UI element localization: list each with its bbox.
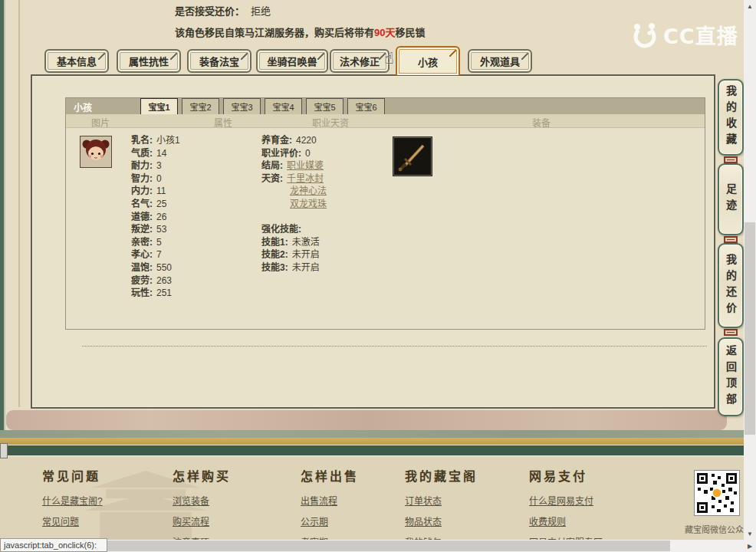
horizontal-scroll-thumb[interactable] [11, 540, 670, 551]
column-header-talent: 职业天资 [288, 116, 373, 129]
talent-label: 强化技能: [261, 224, 301, 235]
stat-value: 53 [156, 224, 166, 235]
cc-live-mascot-icon [630, 21, 659, 50]
footer-col-title: 网易支付 [529, 466, 603, 485]
tab-notch-icon [170, 53, 177, 60]
talent-label: 天资: [261, 173, 283, 184]
stat-line: 耐力:3 [131, 159, 180, 172]
stat-value: 26 [156, 212, 166, 222]
status-bar-link-hint: javascript:tab_onclick(6): [0, 538, 107, 552]
tab-equipment[interactable]: 装备法宝 [187, 49, 251, 73]
baby-tab-1[interactable]: 宝宝1 [140, 98, 178, 114]
footer-link-order-status[interactable]: 订单状态 [405, 494, 478, 507]
stat-label: 亲密: [131, 237, 153, 248]
tab-notch-icon [241, 53, 248, 60]
scroll-up-icon[interactable]: ▲ [744, 0, 756, 12]
stat-label: 耐力: [131, 160, 153, 171]
footer-col-title: 常见问题 [42, 466, 103, 485]
sidebar-label: 足迹 [723, 183, 738, 215]
stat-value: 0 [156, 173, 162, 184]
stat-label: 名气: [131, 199, 153, 209]
stat-label: 玩性: [131, 288, 153, 298]
tab-spell-fix[interactable]: 法术修正 [330, 49, 390, 73]
footer-col-how-to-sell: 怎样出售 出售流程 公示期 考察期 [301, 466, 359, 540]
talent-value: 未激活 [292, 237, 320, 248]
footer-link-public-period[interactable]: 公示期 [301, 514, 359, 527]
tab-mount-pet[interactable]: 坐骑召唤兽 [256, 49, 328, 73]
tab-child[interactable]: ☝ 小孩 [396, 46, 460, 75]
cc-live-logo-text: CC直播 [663, 20, 738, 50]
baby-stats-column: 乳名:小孩1 气质:14 耐力:3 智力:0 内力:11 名气:25 道德:26… [131, 134, 180, 300]
footer-col-netease-pay: 网易支付 什么是网易支付 收费规则 网易支付客服专区 [529, 466, 603, 540]
footer-col-how-to-buy: 怎样购买 浏览装备 购买流程 注意事项 [173, 466, 231, 540]
tab-appearance[interactable]: 外观道具 [468, 49, 532, 73]
vertical-scrollbar[interactable]: ▲ ▼ [744, 0, 756, 540]
stat-label: 叛逆: [131, 224, 153, 235]
baby-tab-3[interactable]: 宝宝3 [223, 98, 261, 114]
sidebar-item-footprints[interactable]: 足迹 [718, 163, 744, 235]
footer-link-browse-equip[interactable]: 浏览装备 [173, 494, 231, 507]
migration-days: 90天 [374, 27, 395, 38]
footer-col-title: 怎样出售 [301, 466, 359, 485]
talent-link-2[interactable]: 龙神心法 [290, 186, 327, 196]
talent-value: 未开启 [292, 249, 320, 260]
tab-label: 法术修正 [340, 54, 380, 68]
footer-link-what-is-epay[interactable]: 什么是网易支付 [529, 494, 603, 507]
bargain-label: 是否接受还价： [175, 5, 245, 17]
stat-line: 孝心:7 [131, 248, 180, 261]
stat-line: 疲劳:263 [131, 274, 180, 288]
stat-label: 温饱: [131, 262, 153, 273]
column-header-equip: 装备 [495, 116, 587, 129]
edge-widget-chip [0, 443, 8, 458]
page: 是否接受还价：拒绝 该角色移民自策马江湖服务器，购买后将带有90天移民锁 CC直… [0, 0, 756, 552]
baby-tab-6[interactable]: 宝宝6 [347, 98, 385, 114]
stat-label: 道德: [131, 212, 153, 222]
baby-tab-2[interactable]: 宝宝2 [182, 98, 219, 114]
horizontal-scrollbar[interactable]: ▶ [0, 540, 756, 552]
sidebar-link-ornament [724, 329, 738, 336]
sidebar-item-favorites[interactable]: 我的收藏 [718, 79, 744, 156]
baby-tab-4[interactable]: 宝宝4 [265, 98, 302, 114]
tab-basic-info[interactable]: 基本信息 [44, 49, 109, 73]
talent-link-3[interactable]: 双龙戏珠 [290, 199, 327, 209]
stat-label: 孝心: [131, 249, 153, 260]
talent-line: 龙神心法 [261, 185, 327, 198]
talent-line: 技能3:未开启 [261, 261, 327, 274]
scroll-right-icon[interactable]: ▶ [744, 540, 756, 552]
talent-label: 职业评价: [261, 148, 301, 159]
vertical-scroll-thumb[interactable] [744, 222, 755, 435]
column-header-row: 图片 属性 职业天资 装备 [66, 114, 705, 128]
talent-line: 养育金:4220 [261, 134, 327, 147]
baby-tab-5[interactable]: 宝宝5 [306, 98, 343, 114]
footer-link-buy-process[interactable]: 购买流程 [173, 514, 231, 527]
sword-icon [394, 138, 431, 175]
footer-link-item-status[interactable]: 物品状态 [405, 514, 478, 527]
baby-tabs: 宝宝1 宝宝2 宝宝3 宝宝4 宝宝5 宝宝6 [140, 98, 389, 114]
equip-slot[interactable] [393, 137, 432, 176]
footer: 常见问题 什么是藏宝阁? 常见问题 怎样购买 浏览装备 购买流程 注意事项 怎样… [0, 457, 756, 540]
scroll-down-icon[interactable]: ▼ [744, 527, 756, 540]
footer-link-fee-rules[interactable]: 收费规则 [529, 514, 603, 527]
sidebar-item-counteroffers[interactable]: 我的还价 [718, 243, 744, 328]
talent-label: 技能1: [261, 237, 288, 248]
tab-attributes[interactable]: 属性抗性 [117, 49, 181, 73]
footer-link-what-is-cbg[interactable]: 什么是藏宝阁? [42, 494, 103, 507]
ending-link[interactable]: 职业媒婆 [287, 160, 324, 171]
baby-box: 小孩 宝宝1 宝宝2 宝宝3 宝宝4 宝宝5 宝宝6 图片 属性 职业天资 装备 [65, 97, 705, 330]
stat-value: 251 [156, 288, 172, 298]
stat-value: 25 [156, 199, 166, 209]
stat-line: 内力:11 [131, 185, 180, 198]
stat-label: 乳名: [131, 135, 153, 146]
sidebar-item-back-to-top[interactable]: 返回顶部 [718, 337, 744, 416]
talent-link-1[interactable]: 千里冰封 [287, 173, 324, 184]
stat-value: 550 [156, 262, 172, 273]
footer-link-faq[interactable]: 常见问题 [42, 514, 103, 527]
tab-notch-icon [98, 53, 105, 60]
left-border-line [18, 0, 20, 407]
footer-link-sell-process[interactable]: 出售流程 [301, 494, 359, 507]
tab-label: 坐骑召唤兽 [267, 54, 317, 68]
talent-line: 技能2:未开启 [261, 248, 327, 261]
stat-value: 3 [156, 160, 162, 171]
stat-value: 5 [156, 237, 162, 248]
footer-col-title: 我的藏宝阁 [405, 466, 478, 485]
